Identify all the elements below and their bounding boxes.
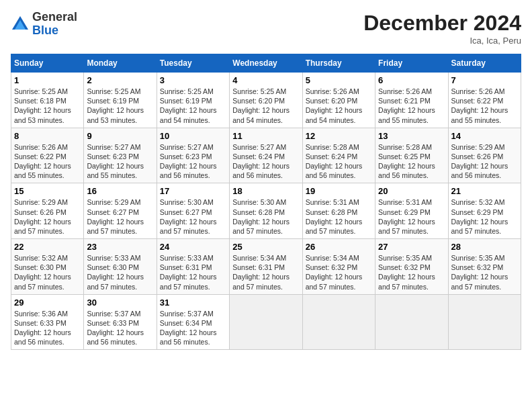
- weekday-header-wednesday: Wednesday: [230, 54, 302, 73]
- day-info: Sunrise: 5:31 AM Sunset: 6:28 PM Dayligh…: [306, 197, 372, 236]
- week-row-3: 15Sunrise: 5:29 AM Sunset: 6:26 PM Dayli…: [11, 183, 521, 239]
- day-number: 3: [160, 75, 226, 85]
- day-number: 8: [14, 131, 81, 141]
- day-number: 15: [14, 186, 81, 196]
- logo: General Blue: [11, 11, 77, 38]
- month-title: December 2024: [363, 11, 521, 36]
- title-block: December 2024 Ica, Ica, Peru: [363, 11, 521, 46]
- day-info: Sunrise: 5:29 AM Sunset: 6:27 PM Dayligh…: [87, 197, 153, 236]
- calendar-cell: [375, 294, 448, 350]
- day-number: 26: [306, 242, 372, 252]
- day-number: 10: [160, 131, 226, 141]
- day-info: Sunrise: 5:25 AM Sunset: 6:20 PM Dayligh…: [232, 87, 299, 125]
- logo-general: General: [32, 10, 77, 24]
- week-row-5: 29Sunrise: 5:36 AM Sunset: 6:33 PM Dayli…: [11, 294, 521, 350]
- day-number: 24: [160, 242, 226, 252]
- calendar-cell: 5Sunrise: 5:26 AM Sunset: 6:20 PM Daylig…: [302, 73, 375, 128]
- day-number: 19: [306, 186, 372, 196]
- day-info: Sunrise: 5:37 AM Sunset: 6:33 PM Dayligh…: [87, 309, 153, 347]
- day-info: Sunrise: 5:27 AM Sunset: 6:23 PM Dayligh…: [87, 142, 153, 181]
- calendar-cell: 14Sunrise: 5:29 AM Sunset: 6:26 PM Dayli…: [448, 128, 521, 183]
- weekday-header-sunday: Sunday: [11, 54, 84, 73]
- calendar-cell: 12Sunrise: 5:28 AM Sunset: 6:24 PM Dayli…: [302, 128, 375, 183]
- weekday-header-friday: Friday: [375, 54, 448, 73]
- day-info: Sunrise: 5:36 AM Sunset: 6:33 PM Dayligh…: [14, 309, 81, 347]
- week-row-2: 8Sunrise: 5:26 AM Sunset: 6:22 PM Daylig…: [11, 128, 521, 183]
- calendar-cell: 30Sunrise: 5:37 AM Sunset: 6:33 PM Dayli…: [84, 294, 157, 350]
- day-number: 17: [160, 186, 226, 196]
- day-number: 14: [451, 131, 518, 141]
- day-info: Sunrise: 5:34 AM Sunset: 6:31 PM Dayligh…: [232, 253, 299, 291]
- day-number: 7: [451, 75, 518, 85]
- calendar-cell: 24Sunrise: 5:33 AM Sunset: 6:31 PM Dayli…: [157, 239, 229, 295]
- calendar-cell: 13Sunrise: 5:28 AM Sunset: 6:25 PM Dayli…: [375, 128, 448, 183]
- calendar-cell: 6Sunrise: 5:26 AM Sunset: 6:21 PM Daylig…: [375, 73, 448, 128]
- day-info: Sunrise: 5:35 AM Sunset: 6:32 PM Dayligh…: [451, 253, 518, 291]
- day-number: 2: [87, 75, 153, 85]
- logo-blue: Blue: [32, 24, 58, 37]
- calendar-cell: 18Sunrise: 5:30 AM Sunset: 6:28 PM Dayli…: [230, 183, 302, 239]
- calendar-cell: 20Sunrise: 5:31 AM Sunset: 6:29 PM Dayli…: [375, 183, 448, 239]
- calendar-cell: 29Sunrise: 5:36 AM Sunset: 6:33 PM Dayli…: [11, 294, 84, 350]
- calendar-cell: 19Sunrise: 5:31 AM Sunset: 6:28 PM Dayli…: [302, 183, 375, 239]
- day-number: 12: [306, 131, 372, 141]
- calendar-cell: 9Sunrise: 5:27 AM Sunset: 6:23 PM Daylig…: [84, 128, 157, 183]
- day-number: 22: [14, 242, 81, 252]
- day-info: Sunrise: 5:27 AM Sunset: 6:23 PM Dayligh…: [160, 142, 226, 181]
- day-number: 21: [451, 186, 518, 196]
- day-info: Sunrise: 5:26 AM Sunset: 6:20 PM Dayligh…: [306, 87, 372, 125]
- day-number: 25: [232, 242, 299, 252]
- day-info: Sunrise: 5:25 AM Sunset: 6:19 PM Dayligh…: [160, 87, 226, 125]
- day-number: 6: [378, 75, 445, 85]
- day-info: Sunrise: 5:37 AM Sunset: 6:34 PM Dayligh…: [160, 309, 226, 347]
- calendar-cell: 26Sunrise: 5:34 AM Sunset: 6:32 PM Dayli…: [302, 239, 375, 295]
- calendar-cell: 23Sunrise: 5:33 AM Sunset: 6:30 PM Dayli…: [84, 239, 157, 295]
- day-info: Sunrise: 5:30 AM Sunset: 6:28 PM Dayligh…: [232, 197, 299, 236]
- day-info: Sunrise: 5:35 AM Sunset: 6:32 PM Dayligh…: [378, 253, 445, 291]
- calendar-cell: 28Sunrise: 5:35 AM Sunset: 6:32 PM Dayli…: [448, 239, 521, 295]
- day-number: 1: [14, 75, 81, 85]
- weekday-header-tuesday: Tuesday: [157, 54, 229, 73]
- day-info: Sunrise: 5:30 AM Sunset: 6:27 PM Dayligh…: [160, 197, 226, 236]
- day-info: Sunrise: 5:29 AM Sunset: 6:26 PM Dayligh…: [14, 197, 81, 236]
- calendar-cell: [302, 294, 375, 350]
- calendar-table: SundayMondayTuesdayWednesdayThursdayFrid…: [11, 54, 521, 350]
- day-info: Sunrise: 5:31 AM Sunset: 6:29 PM Dayligh…: [378, 197, 445, 236]
- day-number: 16: [87, 186, 153, 196]
- weekday-header-row: SundayMondayTuesdayWednesdayThursdayFrid…: [11, 54, 521, 73]
- day-number: 31: [160, 298, 226, 308]
- calendar-cell: 31Sunrise: 5:37 AM Sunset: 6:34 PM Dayli…: [157, 294, 229, 350]
- day-info: Sunrise: 5:26 AM Sunset: 6:21 PM Dayligh…: [378, 87, 445, 125]
- calendar-cell: 25Sunrise: 5:34 AM Sunset: 6:31 PM Dayli…: [230, 239, 302, 295]
- logo-text: General Blue: [32, 11, 77, 38]
- day-info: Sunrise: 5:28 AM Sunset: 6:25 PM Dayligh…: [378, 142, 445, 181]
- day-number: 30: [87, 298, 153, 308]
- day-info: Sunrise: 5:33 AM Sunset: 6:31 PM Dayligh…: [160, 253, 226, 291]
- day-number: 28: [451, 242, 518, 252]
- day-number: 29: [14, 298, 81, 308]
- day-number: 11: [232, 131, 299, 141]
- calendar-cell: [230, 294, 302, 350]
- calendar-cell: 22Sunrise: 5:32 AM Sunset: 6:30 PM Dayli…: [11, 239, 84, 295]
- calendar-cell: 15Sunrise: 5:29 AM Sunset: 6:26 PM Dayli…: [11, 183, 84, 239]
- day-info: Sunrise: 5:28 AM Sunset: 6:24 PM Dayligh…: [306, 142, 372, 181]
- weekday-header-monday: Monday: [84, 54, 157, 73]
- day-number: 9: [87, 131, 153, 141]
- day-info: Sunrise: 5:32 AM Sunset: 6:30 PM Dayligh…: [14, 253, 81, 291]
- day-number: 27: [378, 242, 445, 252]
- day-info: Sunrise: 5:33 AM Sunset: 6:30 PM Dayligh…: [87, 253, 153, 291]
- calendar-cell: 17Sunrise: 5:30 AM Sunset: 6:27 PM Dayli…: [157, 183, 229, 239]
- day-info: Sunrise: 5:34 AM Sunset: 6:32 PM Dayligh…: [306, 253, 372, 291]
- day-number: 13: [378, 131, 445, 141]
- calendar-cell: 1Sunrise: 5:25 AM Sunset: 6:18 PM Daylig…: [11, 73, 84, 128]
- page-header: General Blue December 2024 Ica, Ica, Per…: [11, 11, 521, 46]
- week-row-4: 22Sunrise: 5:32 AM Sunset: 6:30 PM Dayli…: [11, 239, 521, 295]
- calendar-cell: 3Sunrise: 5:25 AM Sunset: 6:19 PM Daylig…: [157, 73, 229, 128]
- weekday-header-thursday: Thursday: [302, 54, 375, 73]
- calendar-cell: 16Sunrise: 5:29 AM Sunset: 6:27 PM Dayli…: [84, 183, 157, 239]
- day-info: Sunrise: 5:32 AM Sunset: 6:29 PM Dayligh…: [451, 197, 518, 236]
- calendar-cell: 11Sunrise: 5:27 AM Sunset: 6:24 PM Dayli…: [230, 128, 302, 183]
- day-info: Sunrise: 5:26 AM Sunset: 6:22 PM Dayligh…: [451, 87, 518, 125]
- location: Ica, Ica, Peru: [363, 36, 521, 46]
- calendar-cell: 10Sunrise: 5:27 AM Sunset: 6:23 PM Dayli…: [157, 128, 229, 183]
